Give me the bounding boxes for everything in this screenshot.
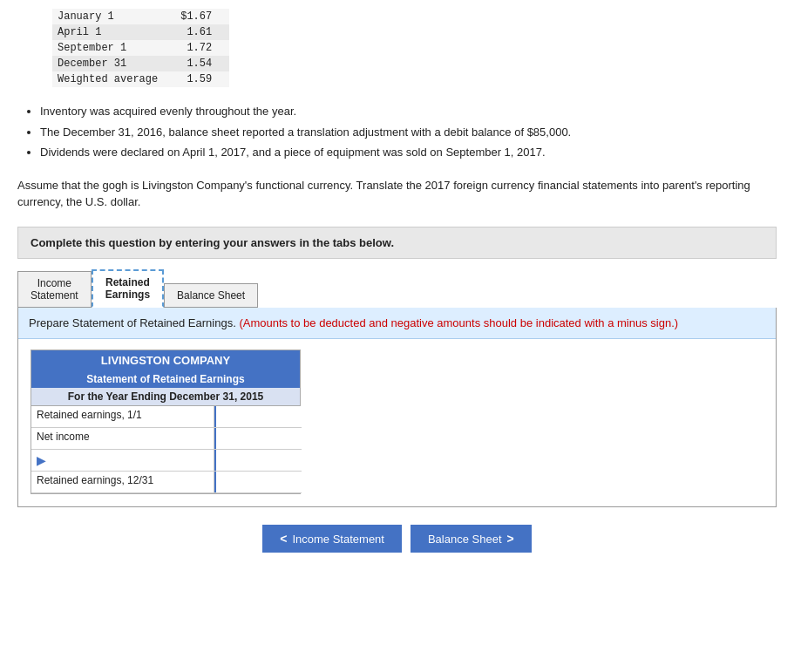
retained-earnings-1231-row: Retained earnings, 12/31	[31, 472, 302, 493]
instruction-bar: Prepare Statement of Retained Earnings. …	[18, 308, 776, 340]
tabs-container: IncomeStatement RetainedEarnings Balance…	[17, 269, 777, 508]
forward-chevron: >	[507, 532, 514, 546]
tab-balance-sheet[interactable]: Balance Sheet	[164, 283, 258, 308]
bullet-list: Inventory was acquired evenly throughout…	[17, 103, 777, 161]
arrow-icon: ▶	[37, 453, 46, 467]
nav-buttons: < Income Statement Balance Sheet >	[17, 525, 777, 553]
company-name: LIVINGSTON COMPANY	[31, 350, 300, 370]
bullet-item: Inventory was acquired evenly throughout…	[40, 103, 777, 120]
company-period: For the Year Ending December 31, 2015	[31, 388, 300, 406]
retained-earnings-11-label: Retained earnings, 1/1	[31, 406, 214, 427]
net-income-label: Net income	[31, 428, 214, 449]
back-chevron: <	[280, 532, 287, 546]
company-table-outer: LIVINGSTON COMPANY Statement of Retained…	[31, 350, 301, 494]
forward-label: Balance Sheet	[428, 533, 502, 546]
instruction-red: (Amounts to be deducted and negative amo…	[236, 316, 678, 329]
retained-earnings-11-row: Retained earnings, 1/1	[31, 406, 302, 428]
company-statement: Statement of Retained Earnings	[31, 370, 300, 388]
content-panel: Prepare Statement of Retained Earnings. …	[17, 308, 777, 508]
dividends-row: ▶	[31, 450, 302, 472]
tab-retained-earnings[interactable]: RetainedEarnings	[92, 269, 164, 308]
net-income-input[interactable]	[214, 428, 302, 449]
bullet-item: Dividends were declared on April 1, 2017…	[40, 144, 777, 161]
assume-paragraph: Assume that the gogh is Livingston Compa…	[17, 177, 777, 211]
net-income-input-cell[interactable]	[214, 428, 302, 449]
back-label: Income Statement	[292, 533, 384, 546]
net-income-row: Net income	[31, 428, 302, 450]
bullet-item: The December 31, 2016, balance sheet rep…	[40, 124, 777, 141]
retained-earnings-1231-input-cell[interactable]	[214, 472, 302, 492]
back-button[interactable]: < Income Statement	[262, 525, 402, 553]
exchange-rate-table: January 1$1.67April 11.61September 11.72…	[52, 9, 229, 87]
retained-earnings-11-input-cell[interactable]	[214, 406, 302, 427]
retained-earnings-1231-input[interactable]	[214, 472, 302, 492]
forward-button[interactable]: Balance Sheet >	[411, 525, 532, 553]
dividends-input-cell[interactable]	[214, 450, 302, 471]
retained-earnings-11-input[interactable]	[214, 406, 302, 427]
instruction-black: Prepare Statement of Retained Earnings.	[29, 316, 236, 329]
question-box: Complete this question by entering your …	[17, 227, 777, 259]
dividends-input[interactable]	[214, 450, 302, 471]
tabs-row: IncomeStatement RetainedEarnings Balance…	[17, 269, 777, 308]
retained-earnings-1231-label: Retained earnings, 12/31	[31, 472, 214, 492]
company-section: LIVINGSTON COMPANY Statement of Retained…	[18, 339, 776, 506]
dividends-label: ▶	[31, 450, 214, 471]
tab-income-statement[interactable]: IncomeStatement	[17, 271, 92, 308]
question-box-label: Complete this question by entering your …	[31, 236, 394, 249]
